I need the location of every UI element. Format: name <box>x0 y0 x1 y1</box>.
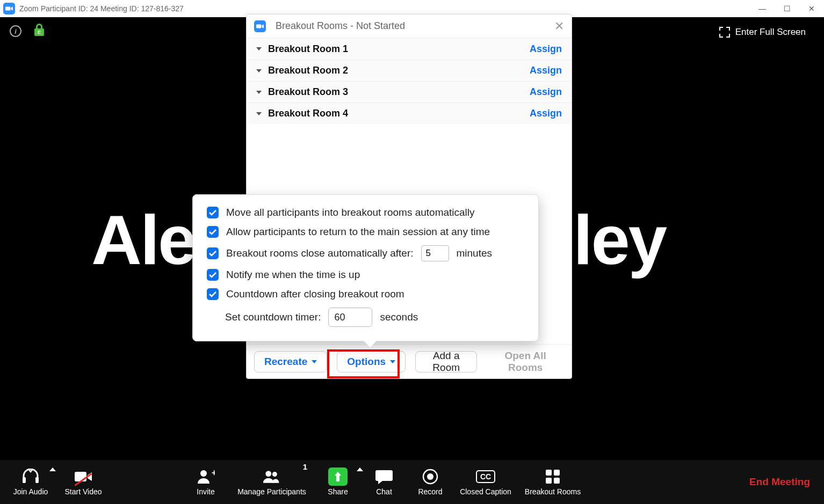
start-video-button[interactable]: Start Video <box>54 460 113 504</box>
checkbox-allow-return[interactable] <box>207 226 219 238</box>
svg-text:E: E <box>38 30 41 35</box>
checkbox-move-auto[interactable] <box>207 207 219 218</box>
fullscreen-label: Enter Full Screen <box>735 27 806 38</box>
chevron-down-icon <box>256 112 262 115</box>
video-off-icon <box>74 468 92 485</box>
chevron-down-icon <box>256 91 262 94</box>
svg-rect-1 <box>23 477 26 483</box>
dialog-close-button[interactable]: ✕ <box>554 19 564 33</box>
zoom-logo-icon <box>3 3 15 14</box>
option-label: Breakout rooms close automatically after… <box>226 247 414 259</box>
countdown-select[interactable]: 60 <box>328 308 372 327</box>
share-button[interactable]: Share <box>315 460 361 504</box>
room-list: Breakout Room 1 Assign Breakout Room 2 A… <box>247 38 572 124</box>
chevron-down-icon <box>256 69 262 72</box>
chat-icon <box>375 468 393 485</box>
option-label: Countdown after closing breakout room <box>226 288 404 300</box>
fullscreen-icon <box>719 27 730 38</box>
breakout-rooms-button[interactable]: Breakout Rooms <box>518 460 588 504</box>
invite-button[interactable]: + Invite <box>183 460 229 504</box>
participant-count-badge: 1 <box>303 462 307 471</box>
close-after-input[interactable] <box>421 245 449 261</box>
add-room-button[interactable]: Add a Room <box>415 351 477 372</box>
option-label: Notify me when the time is up <box>226 269 360 281</box>
cc-icon: CC <box>476 468 495 485</box>
headphones-icon <box>21 468 40 485</box>
enter-fullscreen-button[interactable]: Enter Full Screen <box>713 24 812 41</box>
unit-label: minutes <box>457 247 493 259</box>
room-row[interactable]: Breakout Room 4 Assign <box>247 103 572 124</box>
participant-name-text: Ale <box>91 200 195 280</box>
chevron-down-icon <box>390 360 395 363</box>
option-label: Move all participants into breakout room… <box>226 207 475 218</box>
zoom-logo-icon <box>254 20 266 32</box>
window-maximize-button[interactable]: ☐ <box>775 0 799 17</box>
share-icon <box>328 468 348 486</box>
window-close-button[interactable]: ✕ <box>799 0 824 17</box>
chevron-down-icon <box>312 360 317 363</box>
record-button[interactable]: Record <box>407 460 453 504</box>
checkbox-notify[interactable] <box>207 269 219 281</box>
checkbox-countdown[interactable] <box>207 288 219 300</box>
assign-link[interactable]: Assign <box>530 65 562 76</box>
open-all-rooms-button[interactable]: Open All Rooms <box>487 351 564 372</box>
invite-icon: + <box>197 468 215 485</box>
svg-rect-13 <box>554 478 560 484</box>
assign-link[interactable]: Assign <box>530 43 562 55</box>
closed-caption-button[interactable]: CC Closed Caption <box>453 460 518 504</box>
checkbox-close-after[interactable] <box>207 247 219 259</box>
room-row[interactable]: Breakout Room 2 Assign <box>247 60 572 81</box>
assign-link[interactable]: Assign <box>530 108 562 119</box>
meeting-toolbar: Join Audio Start Video + Invite Manage P… <box>0 460 824 504</box>
svg-rect-12 <box>546 478 552 484</box>
recreate-button[interactable]: Recreate <box>254 351 327 372</box>
options-popover: Move all participants into breakout room… <box>192 194 539 341</box>
room-row[interactable]: Breakout Room 1 Assign <box>247 38 572 60</box>
svg-point-4 <box>200 470 207 477</box>
manage-participants-button[interactable]: Manage Participants 1 <box>229 460 315 504</box>
room-name: Breakout Room 1 <box>268 43 348 55</box>
room-name: Breakout Room 4 <box>268 108 348 119</box>
room-name: Breakout Room 2 <box>268 65 348 76</box>
encryption-lock-icon[interactable]: E <box>34 24 44 39</box>
svg-point-9 <box>427 473 433 480</box>
participants-icon <box>263 468 281 485</box>
svg-point-7 <box>272 472 277 477</box>
svg-rect-11 <box>554 470 560 476</box>
window-minimize-button[interactable]: — <box>750 0 775 17</box>
svg-text:+: + <box>212 469 215 477</box>
dialog-footer: Recreate Options Add a Room Open All Roo… <box>247 344 572 378</box>
record-icon <box>421 468 439 485</box>
svg-point-6 <box>265 471 271 477</box>
chevron-down-icon <box>256 47 262 50</box>
dialog-title: Breakout Rooms - Not Started <box>276 20 405 32</box>
titlebar-text: Zoom Participant ID: 24 Meeting ID: 127-… <box>19 4 184 13</box>
unit-label: seconds <box>380 311 418 323</box>
join-audio-button[interactable]: Join Audio <box>8 460 54 504</box>
countdown-label: Set countdown timer: <box>225 311 321 323</box>
room-row[interactable]: Breakout Room 3 Assign <box>247 81 572 103</box>
options-button[interactable]: Options <box>337 351 406 372</box>
dialog-header: Breakout Rooms - Not Started ✕ <box>247 14 572 38</box>
option-label: Allow participants to return to the main… <box>226 226 490 238</box>
assign-link[interactable]: Assign <box>530 86 562 98</box>
meeting-info-icon[interactable]: i <box>10 25 21 37</box>
breakout-rooms-icon <box>544 468 562 485</box>
room-name: Breakout Room 3 <box>268 86 348 98</box>
participant-name-text: ley <box>573 200 666 280</box>
svg-rect-2 <box>35 477 39 483</box>
end-meeting-button[interactable]: End Meeting <box>749 476 816 488</box>
svg-rect-10 <box>546 470 552 476</box>
chat-button[interactable]: Chat <box>361 460 407 504</box>
